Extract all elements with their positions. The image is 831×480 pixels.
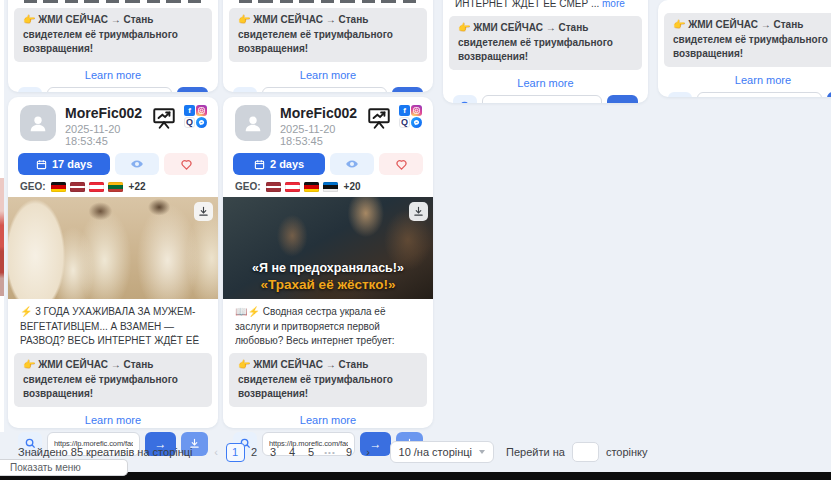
flag-latvia-icon [70,182,85,192]
goto-page-suffix: сторінку [606,446,648,458]
search-button[interactable] [453,95,477,104]
cta-headline: 👉 ЖМИ СЕЙЧАС → Стань свидетелем её триум… [14,8,212,62]
geo-row: GEO: +20 [235,180,421,193]
learn-more-link[interactable]: Learn more [8,414,218,426]
instagram-icon [411,105,422,116]
landing-url-input[interactable] [47,87,172,93]
geo-more-count[interactable]: +20 [344,181,361,192]
clipped-text-remnant [24,0,202,3]
cta-headline: 👉 ЖМИ СЕЙЧАС → Стань свидетелем её триум… [14,353,212,407]
ad-card-top-2: 👉 ЖМИ СЕЙЧАС → Стань свидетелем её триум… [223,0,433,92]
open-url-button[interactable]: → [392,87,423,93]
geo-label: GEO: [20,181,46,192]
goto-page-input[interactable] [572,442,599,462]
prev-page-button[interactable]: ‹ [207,443,226,462]
page-button-9[interactable]: 9 [340,443,359,462]
browser-status-bubble: Показать меню [0,459,128,476]
eye-icon [130,157,144,171]
days-active-label: 2 days [270,158,304,170]
search-button[interactable] [668,92,692,98]
views-button[interactable] [330,153,374,175]
advertiser-name[interactable]: MoreFic002 [280,105,357,121]
flag-estonia-icon [323,182,338,192]
person-icon [27,112,49,134]
download-image-button[interactable] [409,202,428,221]
instagram-icon [196,105,207,116]
page-size-select[interactable]: 10 /на сторінці [390,441,495,463]
pages-ellipsis[interactable]: ••• [321,443,340,462]
open-url-button[interactable]: → [827,92,831,98]
open-url-button[interactable]: → [607,95,638,104]
geo-label: GEO: [235,181,261,192]
landing-url-input[interactable] [262,87,387,93]
avatar [235,105,271,141]
page-size-value: 10 /на сторінці [399,446,473,458]
page-button-2[interactable]: 2 [245,443,264,462]
landing-url-input[interactable] [697,92,822,98]
page-button-1[interactable]: 1 [226,443,245,462]
heart-icon [395,158,408,171]
search-button[interactable] [18,87,42,93]
learn-more-link[interactable]: Learn more [223,414,433,426]
days-active-button[interactable]: 17 days [18,153,110,175]
arrow-right-icon: → [617,100,629,104]
search-button[interactable] [233,87,257,93]
eye-icon [345,157,359,171]
ad-description: 📖⚡ Сводная сестра украла её заслуги и пр… [235,305,421,348]
ad-description: ⚡ 3 ГОДА УХАЖИВАЛА ЗА МУЖЕМ-ВЕГЕТАТИВЦЕМ… [20,305,206,348]
flag-germany-icon [304,182,319,192]
flag-austria-icon [89,182,104,192]
learn-more-link[interactable]: Learn more [443,77,648,89]
page-button-5[interactable]: 5 [302,443,321,462]
image-caption-line2: «Трахай её жёстко!» [223,277,433,292]
open-url-button[interactable]: → [177,87,208,93]
search-icon [460,101,471,103]
next-page-button[interactable]: › [359,443,378,462]
favorite-button[interactable] [164,153,208,175]
messenger-icon [196,117,207,128]
ad-card-top-4: 👉 ЖМИ СЕЙЧАС → Стань свидетелем её триум… [658,0,831,97]
flag-latvia-icon [266,182,281,192]
calendar-icon [36,159,47,170]
days-active-button[interactable]: 2 days [233,153,325,175]
geo-more-count[interactable]: +22 [129,181,146,192]
page-button-4[interactable]: 4 [283,443,302,462]
advertiser-name[interactable]: MoreFic002 [65,105,142,121]
more-link[interactable]: more [602,0,625,9]
favorite-button[interactable] [379,153,423,175]
avatar [20,105,56,141]
arrow-right-icon: → [402,92,414,93]
views-button[interactable] [115,153,159,175]
ad-card-top-3: ИНТЕРНЕТ ЖДЁТ ЕЁ СМЕР ... more 👉 ЖМИ СЕЙ… [443,0,648,103]
presentation-chart-icon[interactable] [366,105,392,131]
audience-network-icon: Q [399,117,410,128]
learn-more-link[interactable]: Learn more [223,69,433,81]
cta-headline: 👉 ЖМИ СЕЙЧАС → Стань свидетелем её триум… [449,16,642,70]
clipped-left-card [0,0,4,432]
image-caption-line1: «Я не предохранялась!» [223,261,433,275]
ad-creative-image[interactable]: «Я не предохранялась!» «Трахай её жёстко… [223,197,433,299]
landing-url-input[interactable] [482,95,602,104]
ad-timestamp: 2025-11-20 18:53:45 [65,123,142,147]
clipped-text-remnant [239,0,417,3]
flag-germany-icon [51,182,66,192]
learn-more-link[interactable]: Learn more [8,69,218,81]
flag-austria-icon [285,182,300,192]
geo-row: GEO: +22 [20,180,206,193]
page-button-3[interactable]: 3 [264,443,283,462]
heart-icon [180,158,193,171]
facebook-icon: f [399,105,410,116]
ad-card-2: MoreFic002 2025-11-20 18:53:45 f Q 2 day… [223,97,433,428]
messenger-icon [411,117,422,128]
days-active-label: 17 days [52,158,92,170]
calendar-icon [254,159,265,170]
learn-more-link[interactable]: Learn more [658,74,831,86]
ad-timestamp: 2025-11-20 18:53:45 [280,123,357,147]
clipped-left-image [0,178,4,296]
audience-network-icon: Q [184,117,195,128]
presentation-chart-icon[interactable] [151,105,177,131]
facebook-icon: f [184,105,195,116]
download-image-button[interactable] [194,202,213,221]
ad-creative-image[interactable] [8,197,218,299]
goto-page-label: Перейти на [506,446,565,458]
